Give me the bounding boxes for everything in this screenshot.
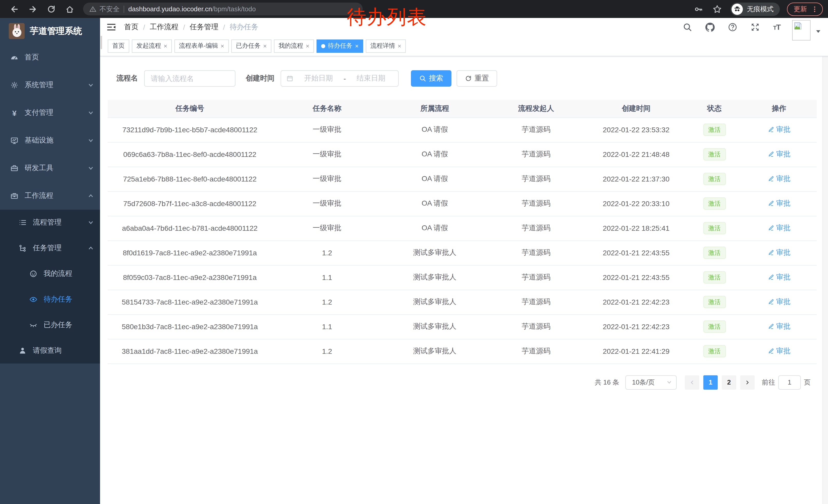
approve-link[interactable]: 审批	[768, 125, 791, 134]
sidebar-item-label: 研发工具	[25, 164, 88, 173]
cell-status: 激活	[688, 167, 741, 191]
tab-form-edit[interactable]: 流程表单-编辑×	[174, 39, 229, 53]
password-key-icon[interactable]	[694, 4, 703, 13]
tab-close-icon[interactable]: ×	[263, 43, 267, 49]
search-icon[interactable]	[683, 22, 692, 32]
tab-close-icon[interactable]: ×	[164, 43, 167, 49]
tab-close-icon[interactable]: ×	[398, 43, 401, 49]
cell-process: OA 请假	[382, 191, 487, 216]
cell-action: 审批	[741, 142, 817, 167]
column-header-task-name: 任务名称	[272, 100, 382, 118]
page-button-1[interactable]: 1	[703, 375, 718, 390]
tab-home[interactable]: 首页	[108, 39, 129, 53]
date-range-picker[interactable]: 开始日期 - 结束日期	[281, 70, 399, 87]
tab-close-icon[interactable]: ×	[306, 43, 309, 49]
approve-label: 审批	[776, 199, 791, 208]
approve-link[interactable]: 审批	[768, 199, 791, 208]
tab-close-icon[interactable]: ×	[220, 43, 224, 49]
tab-close-icon[interactable]: ×	[355, 43, 359, 49]
breadcrumb-home[interactable]: 首页	[124, 22, 138, 32]
sidebar-item-label: 支付管理	[25, 108, 88, 118]
goto-page-input[interactable]	[778, 375, 801, 390]
approve-link[interactable]: 审批	[768, 150, 791, 159]
fullscreen-icon[interactable]	[750, 22, 760, 32]
status-badge: 激活	[703, 124, 726, 136]
cell-process: OA 请假	[382, 167, 487, 191]
approve-link[interactable]: 审批	[768, 224, 791, 233]
logo[interactable]: 芋道管理系统	[0, 18, 100, 44]
sidebar-item-payment[interactable]: ¥ 支付管理	[0, 99, 100, 127]
sidebar-item-home[interactable]: 首页	[0, 44, 100, 71]
tab-my-process[interactable]: 我的流程×	[274, 39, 314, 53]
sidebar-item-label: 我的流程	[44, 269, 94, 278]
sidebar-item-label: 请假查询	[33, 346, 94, 355]
cell-action: 审批	[741, 290, 817, 314]
cell-id: 75d72608-7b7f-11ec-a3c8-acde48001122	[108, 191, 272, 216]
security-warning[interactable]: 不安全	[89, 4, 120, 13]
github-icon[interactable]	[705, 22, 715, 32]
breadcrumb-separator: /	[183, 23, 185, 31]
tab-done-tasks[interactable]: 已办任务×	[232, 39, 272, 53]
sidebar-item-my-process[interactable]: 我的流程	[0, 261, 100, 287]
table-row: 8f059c03-7ac8-11ec-a9e2-a2380e71991a1.1测…	[108, 265, 817, 290]
menu-dots-icon[interactable]	[811, 5, 818, 12]
sidebar-scrollbar-thumb[interactable]	[100, 35, 102, 49]
page-size-select[interactable]: 10条/页	[625, 375, 677, 390]
edit-pencil-icon	[768, 274, 774, 281]
approve-link[interactable]: 审批	[768, 322, 791, 331]
tab-start-process[interactable]: 发起流程×	[132, 39, 172, 53]
approve-link[interactable]: 审批	[768, 273, 791, 282]
page-scrollbar[interactable]	[822, 18, 828, 504]
avatar-dropdown-caret-icon[interactable]	[816, 29, 821, 34]
approve-link[interactable]: 审批	[768, 174, 791, 184]
sidebar-item-infrastructure[interactable]: 基础设施	[0, 127, 100, 154]
forward-icon[interactable]	[28, 4, 37, 13]
back-icon[interactable]	[10, 4, 19, 13]
status-badge: 激活	[703, 148, 726, 161]
sidebar-item-todo-tasks[interactable]: 待办任务	[0, 287, 100, 312]
sidebar-item-label: 流程管理	[33, 218, 88, 227]
task-table: 任务编号 任务名称 所属流程 流程发起人 创建时间 状态 操作 73211d9d…	[108, 100, 817, 364]
sidebar-item-workflow[interactable]: 工作流程	[0, 182, 100, 210]
sidebar-item-leave-query[interactable]: 请假查询	[0, 338, 100, 364]
font-size-icon[interactable]: TT	[773, 22, 780, 31]
avatar[interactable]	[792, 20, 811, 40]
page-button-2[interactable]: 2	[722, 375, 736, 390]
approve-link[interactable]: 审批	[768, 297, 791, 307]
active-tab-dot	[321, 44, 325, 48]
tab-process-detail[interactable]: 流程详情×	[366, 39, 406, 53]
reload-icon[interactable]	[47, 4, 56, 13]
address-bar[interactable]: 不安全 dashboard.yudao.iocoder.cn/bpm/task/…	[83, 3, 363, 15]
search-button[interactable]: 搜索	[411, 70, 451, 87]
tab-label: 流程详情	[370, 42, 395, 50]
goto-unit: 页	[804, 378, 811, 387]
bookmark-star-icon[interactable]	[713, 4, 722, 13]
collapse-sidebar-icon[interactable]	[107, 22, 116, 32]
sidebar-item-done-tasks[interactable]: 已办任务	[0, 312, 100, 338]
update-label: 更新	[794, 4, 807, 13]
sidebar-item-task-management[interactable]: 任务管理	[0, 235, 100, 261]
table-body: 73211d9d-7b9b-11ec-b5b7-acde48001122一级审批…	[108, 118, 817, 364]
next-page-button[interactable]	[740, 375, 755, 390]
refresh-icon	[465, 75, 472, 82]
reset-button[interactable]: 重置	[457, 70, 497, 87]
sidebar-item-system[interactable]: 系统管理	[0, 71, 100, 99]
cell-initiator: 芋道源码	[487, 240, 585, 265]
prev-page-button[interactable]	[685, 375, 699, 390]
tab-label: 已办任务	[236, 42, 261, 50]
cell-initiator: 芋道源码	[487, 191, 585, 216]
sidebar-item-devtools[interactable]: 研发工具	[0, 154, 100, 182]
status-badge: 激活	[703, 271, 726, 283]
sidebar-item-process-management[interactable]: 流程管理	[0, 210, 100, 235]
tab-todo-tasks[interactable]: 待办任务×	[317, 39, 363, 53]
approve-link[interactable]: 审批	[768, 347, 791, 356]
breadcrumb-workflow[interactable]: 工作流程	[150, 22, 178, 32]
create-time-label: 创建时间	[246, 74, 275, 83]
home-icon[interactable]	[65, 4, 74, 13]
process-name-label: 流程名	[117, 74, 138, 83]
approve-link[interactable]: 审批	[768, 248, 791, 258]
breadcrumb-task-management[interactable]: 任务管理	[190, 22, 218, 32]
help-icon[interactable]	[728, 22, 737, 32]
cell-status: 激活	[688, 290, 741, 314]
process-name-input[interactable]	[144, 70, 236, 87]
